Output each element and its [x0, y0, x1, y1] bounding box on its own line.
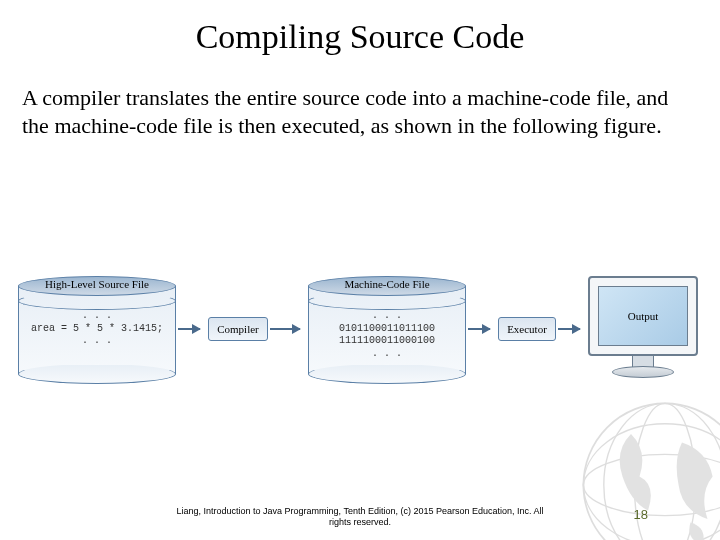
page-number: 18	[634, 507, 648, 522]
arrow-icon	[468, 328, 490, 330]
body-paragraph: A compiler translates the entire source …	[0, 56, 720, 139]
source-file-content: . . . area = 5 * 5 * 3.1415; . . .	[24, 310, 170, 348]
output-monitor: Output	[588, 276, 698, 384]
source-file-title: High-Level Source File	[18, 278, 176, 290]
source-file-cylinder: High-Level Source File . . . area = 5 * …	[18, 276, 176, 384]
machine-code-title: Machine-Code File	[308, 278, 466, 290]
output-label: Output	[598, 286, 688, 346]
compilation-diagram: High-Level Source File . . . area = 5 * …	[18, 270, 702, 410]
footer-copyright: Liang, Introduction to Java Programming,…	[0, 506, 720, 528]
machine-code-content: . . . 0101100011011100 1111100011000100 …	[314, 310, 460, 360]
slide-title: Compiling Source Code	[0, 0, 720, 56]
arrow-icon	[178, 328, 200, 330]
machine-code-cylinder: Machine-Code File . . . 0101100011011100…	[308, 276, 466, 384]
executor-box: Executor	[498, 317, 556, 341]
compiler-box: Compiler	[208, 317, 268, 341]
arrow-icon	[270, 328, 300, 330]
arrow-icon	[558, 328, 580, 330]
